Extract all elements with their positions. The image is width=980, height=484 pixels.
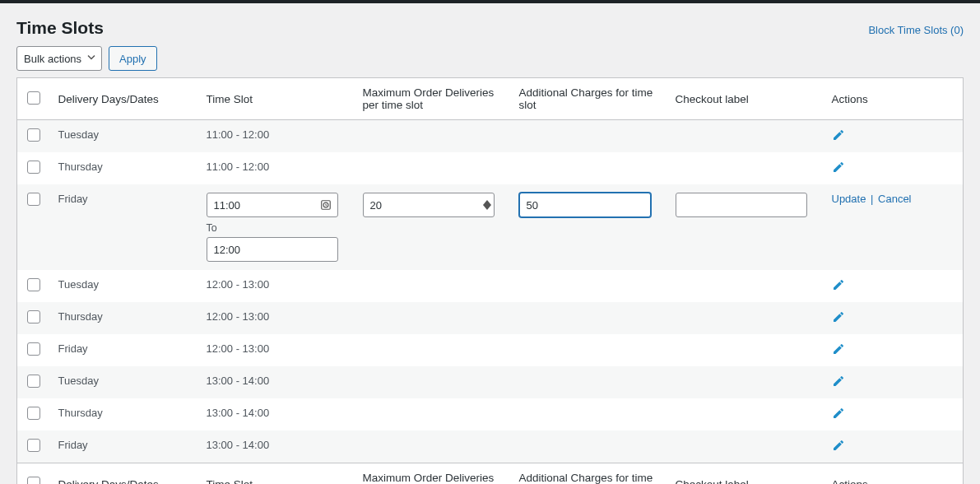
col-footer-max: Maximum Order Deliveries per time slot xyxy=(355,463,511,485)
edit-icon[interactable] xyxy=(832,342,845,356)
cell-max xyxy=(355,334,511,366)
row-checkbox[interactable] xyxy=(27,128,40,142)
cell-day: Tuesday xyxy=(50,366,198,398)
cell-max xyxy=(355,152,511,184)
edit-icon[interactable] xyxy=(832,439,845,452)
row-checkbox[interactable] xyxy=(27,193,40,206)
toolbar: Bulk actions Apply xyxy=(16,46,964,71)
edit-icon[interactable] xyxy=(832,161,845,174)
cell-label xyxy=(667,270,824,302)
cancel-link[interactable]: Cancel xyxy=(878,193,911,205)
cell-label xyxy=(667,366,824,398)
cell-day: Friday xyxy=(50,184,198,270)
cell-label xyxy=(667,302,824,334)
cell-slot: 12:00 - 13:00 xyxy=(198,302,355,334)
cell-actions xyxy=(824,398,964,430)
col-header-slot: Time Slot xyxy=(198,78,355,120)
cell-max xyxy=(355,270,511,302)
cell-slot: 13:00 - 14:00 xyxy=(198,398,355,430)
cell-label xyxy=(667,334,824,366)
col-footer-label: Checkout label xyxy=(667,463,824,485)
edit-icon[interactable] xyxy=(832,128,845,142)
cell-max xyxy=(355,120,511,153)
additional-charges-input[interactable] xyxy=(519,193,651,217)
row-checkbox[interactable] xyxy=(27,278,40,291)
max-deliveries-input[interactable] xyxy=(363,193,495,217)
cell-charge xyxy=(511,398,667,430)
cell-charge-editing xyxy=(511,184,667,270)
cell-actions xyxy=(824,366,964,398)
col-header-day: Delivery Days/Dates xyxy=(50,78,198,120)
cell-label xyxy=(667,120,824,153)
table-row: Thursday12:00 - 13:00 xyxy=(17,302,964,334)
table-row: Tuesday13:00 - 14:00 xyxy=(17,366,964,398)
bulk-actions-label: Bulk actions xyxy=(24,53,81,65)
edit-icon[interactable] xyxy=(832,407,845,420)
cell-max xyxy=(355,430,511,463)
time-slots-table: Delivery Days/Dates Time Slot Maximum Or… xyxy=(16,77,964,484)
col-header-actions: Actions xyxy=(824,78,964,120)
row-checkbox[interactable] xyxy=(27,407,40,420)
col-header-label: Checkout label xyxy=(667,78,824,120)
action-separator: | xyxy=(867,193,876,205)
col-footer-day: Delivery Days/Dates xyxy=(50,463,198,485)
cell-actions xyxy=(824,152,964,184)
cell-label xyxy=(667,398,824,430)
cell-actions xyxy=(824,302,964,334)
checkout-label-input[interactable] xyxy=(676,193,807,217)
row-checkbox[interactable] xyxy=(27,439,40,452)
chevron-down-icon xyxy=(86,53,96,65)
row-checkbox[interactable] xyxy=(27,375,40,388)
cell-slot-editing: To xyxy=(198,184,355,270)
cell-max xyxy=(355,398,511,430)
time-to-input[interactable] xyxy=(207,237,338,262)
table-row: Friday12:00 - 13:00 xyxy=(17,334,964,366)
page-title: Time Slots xyxy=(16,18,104,38)
table-row: Tuesday11:00 - 12:00 xyxy=(17,120,964,153)
row-checkbox[interactable] xyxy=(27,161,40,174)
edit-icon[interactable] xyxy=(832,375,845,388)
cell-slot: 13:00 - 14:00 xyxy=(198,430,355,463)
cell-max xyxy=(355,366,511,398)
cell-charge xyxy=(511,302,667,334)
update-link[interactable]: Update xyxy=(832,193,866,205)
col-footer-actions: Actions xyxy=(824,463,964,485)
cell-charge xyxy=(511,152,667,184)
col-footer-slot: Time Slot xyxy=(198,463,355,485)
table-row: Tuesday12:00 - 13:00 xyxy=(17,270,964,302)
cell-charge xyxy=(511,366,667,398)
block-time-slots-link[interactable]: Block Time Slots (0) xyxy=(868,24,964,36)
bulk-actions-select[interactable]: Bulk actions xyxy=(16,46,102,71)
cell-actions xyxy=(824,430,964,463)
row-checkbox[interactable] xyxy=(27,310,40,323)
cell-label xyxy=(667,152,824,184)
table-row: Friday13:00 - 14:00 xyxy=(17,430,964,463)
cell-actions xyxy=(824,270,964,302)
col-header-max: Maximum Order Deliveries per time slot xyxy=(355,78,511,120)
edit-icon[interactable] xyxy=(832,310,845,323)
select-all-checkbox-footer[interactable] xyxy=(27,477,40,485)
time-from-input[interactable] xyxy=(207,193,338,217)
cell-charge xyxy=(511,334,667,366)
cell-actions-editing: Update | Cancel xyxy=(824,184,964,270)
cell-actions xyxy=(824,334,964,366)
cell-day: Tuesday xyxy=(50,270,198,302)
table-row: FridayToUpdate | Cancel xyxy=(17,184,964,270)
cell-day: Friday xyxy=(50,334,198,366)
col-header-charge: Additional Charges for time slot xyxy=(511,78,667,120)
select-all-checkbox[interactable] xyxy=(27,91,40,105)
row-checkbox[interactable] xyxy=(27,342,40,356)
edit-icon[interactable] xyxy=(832,278,845,291)
cell-slot: 12:00 - 13:00 xyxy=(198,334,355,366)
cell-charge xyxy=(511,120,667,153)
to-label: To xyxy=(207,222,346,234)
cell-slot: 13:00 - 14:00 xyxy=(198,366,355,398)
cell-day: Thursday xyxy=(50,302,198,334)
table-row: Thursday13:00 - 14:00 xyxy=(17,398,964,430)
cell-max-editing xyxy=(355,184,511,270)
cell-day: Friday xyxy=(50,430,198,463)
cell-max xyxy=(355,302,511,334)
apply-button[interactable]: Apply xyxy=(109,46,157,71)
cell-label xyxy=(667,430,824,463)
cell-slot: 12:00 - 13:00 xyxy=(198,270,355,302)
